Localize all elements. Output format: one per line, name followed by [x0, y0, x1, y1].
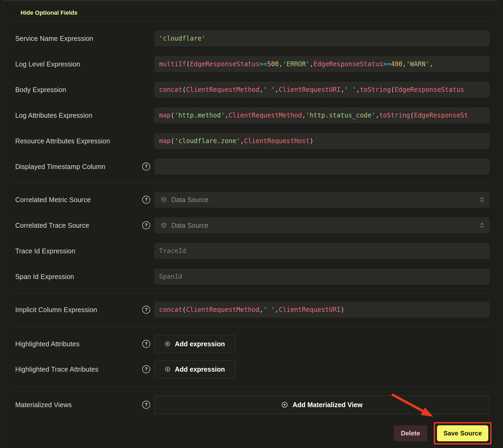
field-label: Displayed Timestamp Column	[15, 163, 105, 171]
form-row-correlated-trace: Correlated Trace Source ? Data Source	[13, 217, 490, 233]
chevron-up-down-icon	[479, 196, 484, 203]
field-label: Service Name Expression	[15, 35, 93, 42]
field-label: Trace Id Expression	[15, 247, 75, 255]
form-row-correlated-metric: Correlated Metric Source ? Data Source	[13, 192, 490, 208]
field-label: Log Attributes Expression	[15, 112, 92, 119]
circle-plus-icon	[281, 401, 288, 408]
field-label: Resource Attributes Expression	[15, 137, 110, 145]
field-label: Highlighted Trace Attributes	[15, 366, 98, 373]
form-row-span-id: Span Id Expression SpanId	[13, 269, 490, 285]
field-label: Span Id Expression	[15, 273, 74, 281]
field-label: Correlated Trace Source	[15, 222, 89, 229]
field-label: Body Expression	[15, 86, 66, 94]
help-icon[interactable]: ?	[142, 401, 150, 409]
divider	[15, 293, 490, 293]
correlated-metric-source-select[interactable]: Data Source	[154, 192, 490, 208]
form-row-service-name: Service Name Expression 'cloudflare'	[13, 30, 490, 46]
select-placeholder: Data Source	[171, 196, 479, 204]
field-label: Highlighted Attributes	[15, 340, 80, 348]
form-row-displayed-timestamp: Displayed Timestamp Column ?	[13, 159, 490, 175]
help-icon[interactable]: ?	[142, 340, 150, 348]
trace-id-expression-input[interactable]: TraceId	[154, 243, 490, 259]
form-row-log-attributes: Log Attributes Expression map('http.meth…	[13, 107, 490, 123]
add-materialized-view-label: Add Materialized View	[292, 401, 362, 409]
correlated-trace-source-select[interactable]: Data Source	[154, 217, 490, 233]
layers-icon	[160, 222, 168, 229]
add-expression-button[interactable]: Add expression	[154, 335, 235, 353]
divider	[15, 22, 490, 22]
delete-button[interactable]: Delete	[394, 425, 427, 441]
source-settings-panel: Hide Optional Fields Service Name Expres…	[3, 1, 498, 447]
add-expression-label: Add expression	[175, 340, 225, 348]
log-attributes-expression-input[interactable]: map('http.method', ClientRequestMethod, …	[154, 107, 490, 123]
hide-optional-fields-link[interactable]: Hide Optional Fields	[21, 9, 78, 17]
add-expression-button[interactable]: Add expression	[154, 360, 235, 378]
input-placeholder: TraceId	[159, 247, 186, 255]
form-row-log-level: Log Level Expression multiIf(EdgeRespons…	[13, 56, 490, 72]
form-row-highlighted-attributes: Highlighted Attributes ? Add expression	[13, 335, 490, 353]
help-icon[interactable]: ?	[142, 163, 150, 171]
circle-plus-icon	[165, 366, 171, 372]
form-row-implicit-column: Implicit Column Expression ? concat(Clie…	[13, 302, 490, 318]
add-materialized-view-button[interactable]: Add Materialized View	[154, 395, 490, 414]
circle-plus-icon	[165, 341, 171, 347]
form-row-trace-id: Trace Id Expression TraceId	[13, 243, 490, 259]
help-icon[interactable]: ?	[142, 221, 150, 229]
form-row-body: Body Expression concat(ClientRequestMeth…	[13, 82, 490, 98]
displayed-timestamp-column-input[interactable]	[154, 159, 490, 175]
form-row-materialized-views: Materialized Views ? Add Materialized Vi…	[13, 395, 490, 414]
input-placeholder: SpanId	[159, 273, 182, 280]
service-name-expression-input[interactable]: 'cloudflare'	[154, 30, 490, 46]
chevron-up-down-icon	[479, 222, 484, 229]
help-icon[interactable]: ?	[142, 365, 150, 373]
field-label: Implicit Column Expression	[15, 306, 97, 314]
divider	[15, 326, 490, 326]
implicit-column-expression-input[interactable]: concat(ClientRequestMethod, ' ', ClientR…	[154, 302, 490, 318]
help-icon[interactable]: ?	[142, 196, 150, 204]
select-placeholder: Data Source	[171, 222, 479, 229]
add-expression-label: Add expression	[175, 366, 225, 373]
field-label: Materialized Views	[15, 401, 72, 409]
body-expression-input[interactable]: concat(ClientRequestMethod, ' ', ClientR…	[154, 82, 490, 98]
field-label: Correlated Metric Source	[15, 196, 91, 204]
divider	[15, 387, 490, 387]
log-level-expression-input[interactable]: multiIf(EdgeResponseStatus >= 500, 'ERRO…	[154, 56, 490, 72]
help-icon[interactable]: ?	[142, 306, 150, 314]
save-button-wrapper: Save Source	[437, 425, 488, 441]
form-actions: Delete Save Source	[13, 425, 490, 441]
field-label: Log Level Expression	[15, 60, 80, 68]
save-source-button[interactable]: Save Source	[437, 425, 488, 441]
form-row-resource-attributes: Resource Attributes Expression map('clou…	[13, 133, 490, 149]
divider	[15, 183, 490, 183]
resource-attributes-expression-input[interactable]: map('cloudflare.zone', ClientRequestHost…	[154, 133, 490, 149]
form-row-highlighted-trace-attributes: Highlighted Trace Attributes ? Add expre…	[13, 360, 490, 378]
layers-icon	[160, 196, 168, 203]
span-id-expression-input[interactable]: SpanId	[154, 269, 490, 285]
